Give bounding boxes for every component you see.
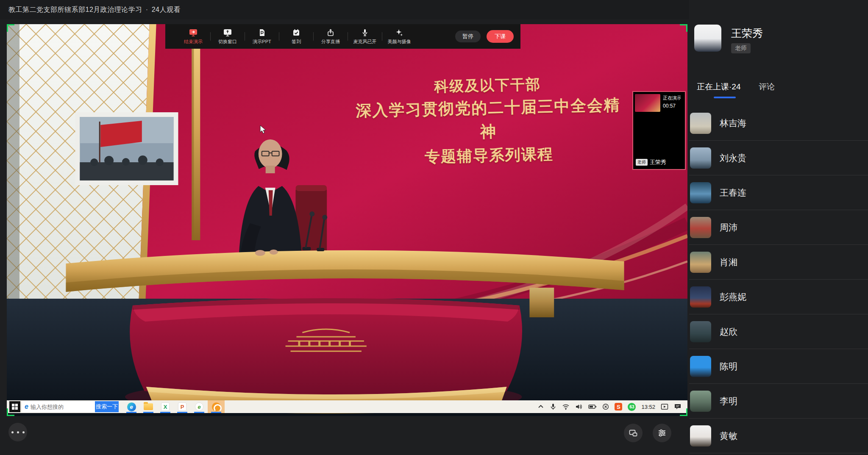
participant-name: 黄敏 — [720, 419, 737, 453]
member-list-button[interactable] — [653, 424, 671, 442]
check-in-icon — [292, 28, 300, 37]
spreadsheet-icon: X — [161, 402, 170, 411]
sliders-icon — [657, 428, 667, 438]
end-presentation-icon — [189, 28, 198, 37]
toolbar-label: 结束演示 — [184, 39, 203, 45]
edge-browser-icon: e — [127, 402, 136, 411]
toolbar-label: 分享直播 — [321, 39, 340, 45]
toolbar-label: 切换窗口 — [218, 39, 237, 45]
toolbar-item-present-ppt[interactable]: 演示PPT — [245, 28, 279, 45]
toolbar-item-share-live[interactable]: 分享直播 — [314, 28, 348, 45]
video-stage: 科级及以下干部 深入学习贯彻党的二十届三中全会精神 专题辅导系列课程 结束演示 … — [7, 24, 687, 416]
presenter-toolbar: 结束演示 切换窗口 演示PPT 签到 分享直播 麦克风已开 美颜 — [165, 24, 520, 49]
participant-name: 刘永贵 — [720, 141, 746, 175]
participant-avatar — [690, 217, 711, 238]
participant-row[interactable]: 林吉海 — [689, 106, 868, 141]
capture-corner-bottom-right — [680, 408, 687, 416]
sidebar-tabs: 正在上课·24 评论 — [689, 81, 868, 100]
teacher-role-badge: 老师 — [731, 43, 751, 53]
participant-name: 陈明 — [720, 349, 737, 384]
participant-row[interactable]: 陈明 — [689, 349, 868, 384]
teacher-name: 王荣秀 — [731, 26, 763, 40]
dot — [17, 431, 19, 433]
more-options-button[interactable] — [8, 423, 27, 441]
desktop-search-input — [31, 404, 86, 410]
participant-avatar — [690, 252, 711, 273]
tab-attendees-label: 正在上课·24 — [697, 82, 740, 91]
class-sidebar: 王荣秀 老师 正在上课·24 评论 林吉海 刘永贵 王春连 周沛 肖湘 — [689, 0, 868, 455]
participant-avatar — [690, 321, 711, 342]
taskbar-app-spreadsheet: X — [157, 400, 174, 413]
tray-mic-icon — [550, 403, 556, 410]
pip-status: 正在演示 — [663, 95, 681, 101]
participant-row[interactable]: 周沛 — [689, 210, 868, 245]
pip-elapsed-time: 00:57 — [663, 103, 681, 109]
tab-comments-label: 评论 — [759, 82, 775, 91]
teacher-role-badge: 老师 — [636, 159, 648, 166]
pip-panel[interactable]: 正在演示 00:57 老师 王荣秀 — [632, 91, 686, 170]
tray-expand-icon — [537, 403, 544, 410]
capture-corner-bottom-left — [7, 408, 14, 416]
capture-corner-top-left — [7, 24, 14, 32]
participant-row[interactable]: 王春连 — [689, 175, 868, 210]
toolbar-actions: 暂停 下课 — [455, 30, 514, 43]
toolbar-label: 签到 — [292, 39, 301, 45]
toolbar-item-beauty-camera[interactable]: 美颜与摄像 — [382, 28, 416, 45]
system-tray: S 63 13:52 — [537, 403, 682, 411]
toolbar-label: 麦克风已开 — [353, 39, 377, 45]
participant-row[interactable]: 刘永贵 — [689, 141, 868, 175]
dot — [11, 431, 14, 433]
participant-name: 林吉海 — [720, 106, 746, 141]
sogou-input-icon: S — [615, 403, 622, 411]
participant-name: 李明 — [720, 384, 737, 419]
tab-comments[interactable]: 评论 — [759, 81, 775, 92]
taskbar-app-explorer — [140, 400, 157, 413]
taskbar-clock: 13:52 — [641, 404, 655, 410]
participant-row[interactable]: 李明 — [689, 384, 868, 419]
participant-name: 赵欣 — [720, 314, 737, 349]
taskbar-app-active — [208, 400, 225, 413]
capture-corner-top-right — [680, 24, 687, 32]
pip-layout-icon — [629, 428, 638, 438]
participant-avatar — [690, 113, 711, 134]
pause-button[interactable]: 暂停 — [455, 31, 481, 42]
participant-name: 彭燕妮 — [720, 280, 746, 314]
participant-row[interactable]: 彭燕妮 — [689, 280, 868, 314]
pip-teacher-name: 王荣秀 — [650, 158, 666, 166]
participant-row[interactable]: 肖湘 — [689, 245, 868, 280]
active-tab-underline — [714, 97, 736, 98]
pip-header: 正在演示 00:57 — [633, 92, 685, 114]
tray-wifi-icon — [562, 403, 570, 410]
taskbar-app-edge: e — [123, 400, 140, 413]
microphone-icon — [361, 28, 369, 37]
toolbar-item-check-in[interactable]: 签到 — [279, 28, 313, 45]
switch-window-icon — [223, 28, 232, 37]
remote-desktop-taskbar: e 搜索一下 e X P e S 63 13:52 — [7, 400, 687, 413]
participant-avatar — [690, 391, 711, 412]
toolbar-item-switch-window[interactable]: 切换窗口 — [211, 28, 245, 45]
taskbar-app-browser: e — [191, 400, 208, 413]
toolbar-item-end-presentation[interactable]: 结束演示 — [176, 28, 210, 45]
dot — [22, 431, 25, 433]
tab-attendees[interactable]: 正在上课·24 — [697, 81, 740, 92]
participant-row[interactable]: 黄敏 — [689, 419, 868, 453]
tray-disconnect-icon — [602, 403, 609, 410]
tray-battery-icon — [588, 404, 597, 410]
toolbar-item-microphone[interactable]: 麦克风已开 — [348, 28, 382, 45]
end-class-button[interactable]: 下课 — [487, 30, 514, 43]
screen-layout-button[interactable] — [624, 424, 643, 442]
taskbar-apps: e X P e — [123, 400, 225, 413]
studio-video-frame — [7, 24, 687, 416]
file-explorer-icon — [144, 403, 153, 410]
pip-video-thumbnail — [635, 94, 660, 112]
taskbar-app-ppt: P — [174, 400, 191, 413]
pip-name-row: 老师 王荣秀 — [636, 158, 666, 166]
search-engine-icon: e — [25, 403, 28, 411]
beauty-sparkle-icon — [395, 28, 403, 37]
participant-avatar — [690, 286, 711, 308]
participant-row[interactable]: 赵欣 — [689, 314, 868, 349]
toolbar-label: 美颜与摄像 — [388, 39, 411, 45]
mouse-cursor — [259, 125, 267, 134]
participant-list: 林吉海 刘永贵 王春连 周沛 肖湘 彭燕妮 赵欣 陈明 — [689, 106, 868, 453]
participant-avatar — [690, 425, 711, 447]
